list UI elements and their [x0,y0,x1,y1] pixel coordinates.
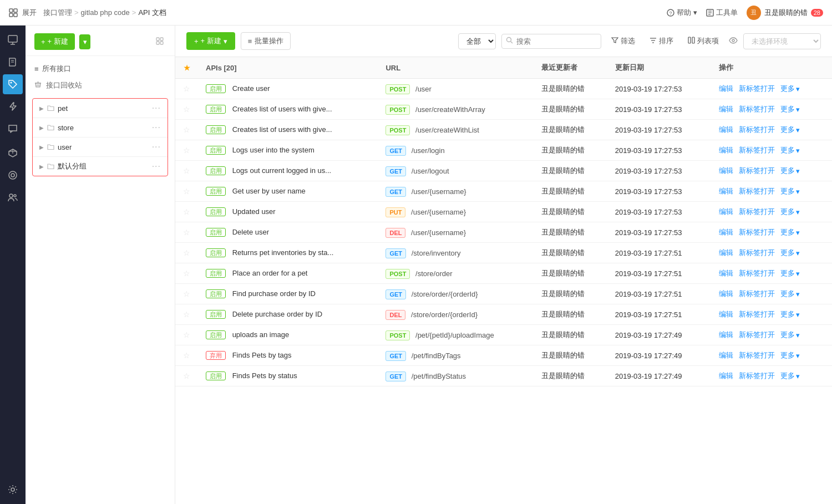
api-name[interactable]: Delete user [232,228,269,236]
edit-link[interactable]: 编辑 [719,166,733,176]
edit-link[interactable]: 编辑 [719,227,733,237]
more-dropdown[interactable]: 更多 ▾ [780,227,800,237]
new-tab-link[interactable]: 新标签打开 [739,350,775,360]
star-cell[interactable]: ☆ [175,99,198,120]
sidebar-icon-box[interactable] [3,143,23,163]
tree-group-default[interactable]: ▶ 默认分组 ··· [33,157,168,176]
star-cell[interactable]: ☆ [175,222,198,243]
api-name[interactable]: Creates list of users with give... [232,105,332,113]
new-tab-link[interactable]: 新标签打开 [739,309,775,319]
tree-new-dropdown-button[interactable]: ▾ [79,34,90,49]
user-area[interactable]: 丑 丑是眼睛的错 28 [747,6,823,20]
more-dropdown[interactable]: 更多 ▾ [780,371,800,381]
sidebar-icon-team[interactable] [3,187,23,207]
api-name[interactable]: Get user by user name [232,187,306,195]
edit-link[interactable]: 编辑 [719,125,733,135]
api-name[interactable]: Finds Pets by status [232,371,297,380]
sidebar-icon-settings[interactable] [3,480,23,500]
edit-link[interactable]: 编辑 [719,186,733,196]
star-cell[interactable]: ☆ [175,284,198,304]
api-name[interactable]: Finds Pets by tags [232,351,292,359]
star-icon[interactable]: ☆ [183,125,190,134]
star-icon[interactable]: ☆ [183,351,190,360]
new-tab-link[interactable]: 新标签打开 [739,186,775,196]
api-name[interactable]: Updated user [232,207,276,216]
api-name[interactable]: Create user [232,84,270,93]
star-icon[interactable]: ☆ [183,269,190,278]
all-interfaces-item[interactable]: ≡ 所有接口 [26,60,175,77]
api-name[interactable]: Creates list of users with give... [232,125,332,134]
more-dropdown[interactable]: 更多 ▾ [780,186,800,196]
star-cell[interactable]: ☆ [175,202,198,222]
edit-link[interactable]: 编辑 [719,207,733,217]
new-tab-link[interactable]: 新标签打开 [739,268,775,278]
star-icon[interactable]: ☆ [183,146,190,155]
star-cell[interactable]: ☆ [175,345,198,366]
env-select[interactable]: 未选择环境 [743,33,821,49]
new-tab-link[interactable]: 新标签打开 [739,84,775,94]
star-icon[interactable]: ☆ [183,228,190,237]
new-tab-link[interactable]: 新标签打开 [739,145,775,155]
star-cell[interactable]: ☆ [175,140,198,161]
api-name[interactable]: Delete purchase order by ID [232,310,323,318]
more-dropdown[interactable]: 更多 ▾ [780,330,800,340]
star-icon[interactable]: ☆ [183,330,190,339]
sidebar-icon-tag[interactable] [3,74,23,94]
new-tab-link[interactable]: 新标签打开 [739,125,775,135]
star-icon[interactable]: ☆ [183,248,190,257]
batch-operation-button[interactable]: ≡ 批量操作 [241,32,291,50]
new-tab-link[interactable]: 新标签打开 [739,227,775,237]
pet-more-icon[interactable]: ··· [152,103,161,113]
more-dropdown[interactable]: 更多 ▾ [780,84,800,94]
star-cell[interactable]: ☆ [175,79,198,99]
edit-link[interactable]: 编辑 [719,371,733,381]
edit-link[interactable]: 编辑 [719,84,733,94]
api-name[interactable]: Returns pet inventories by sta... [232,248,334,257]
user-more-icon[interactable]: ··· [152,142,161,152]
help-button[interactable]: ? 帮助 ▾ [667,8,697,18]
star-icon[interactable]: ☆ [183,289,190,298]
edit-link[interactable]: 编辑 [719,104,733,114]
star-icon[interactable]: ☆ [183,166,190,175]
edit-link[interactable]: 编辑 [719,145,733,155]
sidebar-icon-layer[interactable] [3,165,23,185]
visibility-icon[interactable] [729,37,738,45]
edit-link[interactable]: 编辑 [719,330,733,340]
edit-link[interactable]: 编辑 [719,248,733,258]
default-more-icon[interactable]: ··· [152,161,161,171]
api-name[interactable]: Logs user into the system [232,146,314,154]
sidebar-icon-chat[interactable] [3,119,23,139]
tree-group-store[interactable]: ▶ store ··· [33,118,168,138]
new-tab-link[interactable]: 新标签打开 [739,207,775,217]
sidebar-icon-book[interactable] [3,52,23,72]
edit-link[interactable]: 编辑 [719,309,733,319]
star-icon[interactable]: ☆ [183,105,190,114]
api-name[interactable]: Logs out current logged in us... [232,166,332,175]
star-cell[interactable]: ☆ [175,120,198,140]
more-dropdown[interactable]: 更多 ▾ [780,268,800,278]
store-more-icon[interactable]: ··· [152,123,161,133]
expand-label[interactable]: 展开 [22,8,37,18]
tree-new-button[interactable]: + + 新建 [34,33,75,50]
star-icon[interactable]: ☆ [183,310,190,319]
new-tab-link[interactable]: 新标签打开 [739,248,775,258]
star-cell[interactable]: ☆ [175,263,198,284]
recycle-bin-item[interactable]: 接口回收站 [26,77,175,94]
more-dropdown[interactable]: 更多 ▾ [780,309,800,319]
search-input[interactable] [501,34,601,49]
tree-group-user[interactable]: ▶ user ··· [33,138,168,157]
new-tab-link[interactable]: 新标签打开 [739,166,775,176]
breadcrumb-item-1[interactable]: 接口管理 [43,8,72,18]
filter-button[interactable]: 筛选 [607,33,640,49]
api-name[interactable]: Place an order for a pet [232,269,308,277]
api-name[interactable]: Find purchase order by ID [232,289,316,298]
edit-link[interactable]: 编辑 [719,289,733,299]
scope-select[interactable]: 全部 [458,33,496,49]
sort-button[interactable]: 排序 [645,33,678,49]
columns-button[interactable]: 列表项 [683,33,723,49]
new-tab-link[interactable]: 新标签打开 [739,330,775,340]
star-cell[interactable]: ☆ [175,325,198,345]
star-icon[interactable]: ☆ [183,84,190,93]
more-dropdown[interactable]: 更多 ▾ [780,248,800,258]
star-icon[interactable]: ☆ [183,207,190,216]
